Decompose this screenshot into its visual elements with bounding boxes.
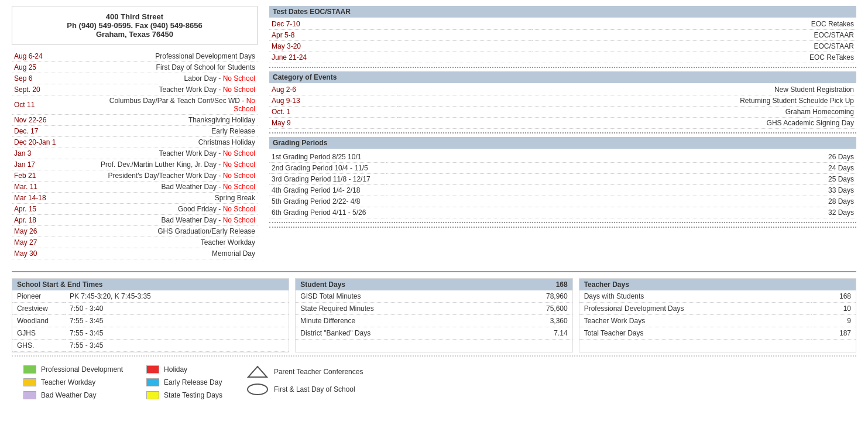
event-label: President's Day/Teacher Work Day - No Sc… xyxy=(88,170,258,182)
event-label: First Day of School for Students xyxy=(88,62,258,73)
school-times-title: School Start & End Times xyxy=(17,280,102,289)
teacher-day-label: Days with Students xyxy=(579,290,811,303)
student-days-header: Student Days 168 xyxy=(296,279,572,290)
school-phone: Ph (940) 549-0595. Fax (940) 549-8656 xyxy=(18,21,251,30)
event-date: Apr. 18 xyxy=(12,215,88,226)
grading-label: 1st Grading Period 8/25 10/1 xyxy=(269,152,386,163)
event-label: Good Friday - No School xyxy=(88,204,258,215)
legend-col-3: Parent Teacher ConferencesFirst & Last D… xyxy=(246,365,363,396)
event-label: Bad Weather Day - No School xyxy=(88,182,258,193)
legend-label: First & Last Day of School xyxy=(274,385,355,393)
event-label: Teacher Work Day - No School xyxy=(88,84,258,95)
test-date: May 3-20 xyxy=(269,41,532,52)
teacher-day-label: Professional Development Days xyxy=(579,303,811,315)
school-name: GHS. xyxy=(12,340,65,352)
event-label: Christmas Holiday xyxy=(88,137,258,148)
legend-col-1: Professional DevelopmentTeacher WorkdayB… xyxy=(23,365,123,399)
school-address: 400 Third Street xyxy=(18,12,251,21)
teacher-days-title: Teacher Days xyxy=(584,280,629,289)
event-date: Dec. 17 xyxy=(12,126,88,137)
student-day-label: GISD Total Minutes xyxy=(296,290,497,303)
test-label: EOC/STAAR xyxy=(532,30,856,41)
event-label: Labor Day - No School xyxy=(88,73,258,84)
grading-days: 28 Days xyxy=(386,196,856,207)
school-times: 7:55 - 3:45 xyxy=(65,315,289,327)
divider2 xyxy=(269,132,856,133)
legend-color-box xyxy=(146,391,159,399)
test-date: June 21-24 xyxy=(269,52,532,63)
divider1 xyxy=(269,67,856,68)
student-days-title: Student Days xyxy=(300,280,345,289)
teacher-day-value: 9 xyxy=(811,315,856,327)
grading-table: 1st Grading Period 8/25 10/126 Days2nd G… xyxy=(269,152,856,218)
teacher-days-table: Days with Students168Professional Develo… xyxy=(579,290,856,340)
legend-color-box xyxy=(23,378,36,386)
legend-label: State Testing Days xyxy=(164,391,222,399)
legend-item: First & Last Day of School xyxy=(246,383,363,396)
event-date: Aug 25 xyxy=(12,62,88,73)
test-label: EOC/STAAR xyxy=(532,41,856,52)
event-label: GHS Graduation/Early Release xyxy=(88,226,258,237)
event-label: Early Release xyxy=(88,126,258,137)
event-date: Jan 3 xyxy=(12,148,88,159)
school-times-header: School Start & End Times xyxy=(12,279,289,290)
event-date: Aug 6-24 xyxy=(12,51,88,62)
bottom-section: School Start & End Times PioneerPK 7:45-… xyxy=(12,271,856,352)
legend-item: Parent Teacher Conferences xyxy=(246,365,363,378)
event-date: Mar. 11 xyxy=(12,182,88,193)
legend-item: Holiday xyxy=(146,365,222,374)
school-header: 400 Third Street Ph (940) 549-0595. Fax … xyxy=(12,6,258,45)
category-label: Graham Homecoming xyxy=(397,107,856,118)
legend-item: Bad Weather Day xyxy=(23,391,123,399)
teacher-days-header: Teacher Days xyxy=(579,279,856,290)
event-label: Spring Break xyxy=(88,193,258,204)
legend-label: Parent Teacher Conferences xyxy=(274,368,363,376)
divider3 xyxy=(269,222,856,223)
grading-days: 33 Days xyxy=(386,185,856,196)
event-label: Bad Weather Day - No School xyxy=(88,215,258,226)
category-label: New Student Registration xyxy=(397,84,856,95)
event-date: Apr. 15 xyxy=(12,204,88,215)
student-day-label: District "Banked" Days xyxy=(296,327,497,340)
grading-label: 2nd Grading Period 10/4 - 11/5 xyxy=(269,163,386,174)
student-days-box: Student Days 168 GISD Total Minutes78,96… xyxy=(295,278,572,352)
school-times: 7:55 - 3:45 xyxy=(65,340,289,352)
test-dates-table: Dec 7-10EOC RetakesApr 5-8EOC/STAARMay 3… xyxy=(269,19,856,63)
student-day-value: 7.14 xyxy=(497,327,572,340)
right-column: Test Dates EOC/STAAR Dec 7-10EOC Retakes… xyxy=(269,6,856,259)
category-label: Returning Student Scheulde Pick Up xyxy=(397,95,856,107)
event-date: Dec 20-Jan 1 xyxy=(12,137,88,148)
legend-label: Teacher Workday xyxy=(41,378,95,386)
grading-header: Grading Periods xyxy=(269,137,856,149)
event-date: Sep 6 xyxy=(12,73,88,84)
school-name: Crestview xyxy=(12,303,65,315)
event-label: Teacher Work Day - No School xyxy=(88,148,258,159)
teacher-day-value: 168 xyxy=(811,290,856,303)
legend-item: State Testing Days xyxy=(146,391,222,399)
legend-label: Professional Development xyxy=(41,365,123,374)
grading-days: 26 Days xyxy=(386,152,856,163)
legend-color-box xyxy=(23,391,36,399)
student-day-label: Minute Difference xyxy=(296,315,497,327)
teacher-days-box: Teacher Days Days with Students168Profes… xyxy=(579,278,856,352)
event-date: Feb 21 xyxy=(12,170,88,182)
test-label: EOC Retakes xyxy=(532,19,856,30)
student-days-value: 168 xyxy=(556,280,568,289)
event-label: Professional Development Days xyxy=(88,51,258,62)
legend-item: Teacher Workday xyxy=(23,378,123,386)
school-name: Woodland xyxy=(12,315,65,327)
category-date: Aug 9-13 xyxy=(269,95,397,107)
teacher-day-label: Teacher Work Days xyxy=(579,315,811,327)
category-date: Oct. 1 xyxy=(269,107,397,118)
school-times-box: School Start & End Times PioneerPK 7:45-… xyxy=(12,278,289,352)
event-date: May 30 xyxy=(12,248,88,259)
category-header: Category of Events xyxy=(269,71,856,83)
main-container: 400 Third Street Ph (940) 549-0595. Fax … xyxy=(0,0,868,414)
teacher-day-value: 187 xyxy=(811,327,856,340)
category-date: May 9 xyxy=(269,118,397,129)
legend-color-box xyxy=(23,365,36,374)
event-date: Oct 11 xyxy=(12,95,88,115)
school-name: GJHS xyxy=(12,327,65,340)
student-days-table: GISD Total Minutes78,960State Required M… xyxy=(296,290,572,340)
category-date: Aug 2-6 xyxy=(269,84,397,95)
